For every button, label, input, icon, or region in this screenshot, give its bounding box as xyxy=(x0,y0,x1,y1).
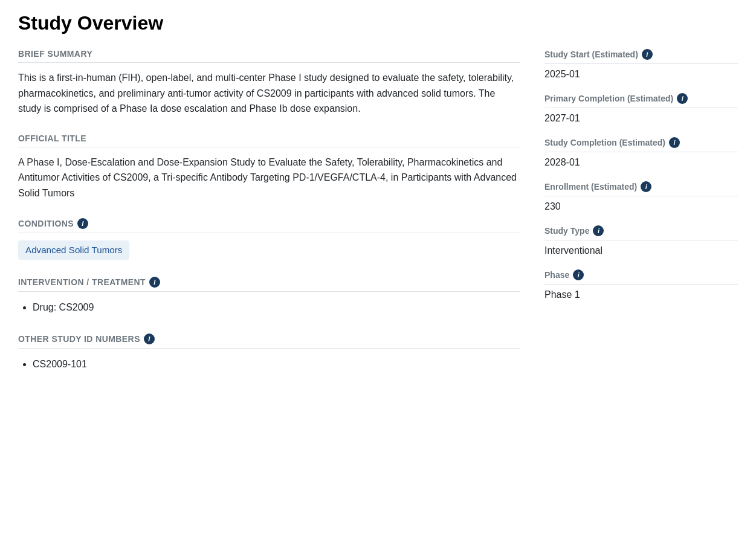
primary-completion-info-icon[interactable]: i xyxy=(677,93,688,104)
study-type-label: Study Type i xyxy=(544,225,738,240)
brief-summary-label: Brief Summary xyxy=(18,49,520,63)
condition-badge[interactable]: Advanced Solid Tumors xyxy=(18,240,129,260)
study-completion-label: Study Completion (Estimated) i xyxy=(544,137,738,152)
study-type-value: Interventional xyxy=(544,245,738,256)
other-ids-list: CS2009-101 xyxy=(18,356,520,373)
official-title-label: Official Title xyxy=(18,134,520,147)
intervention-content: Drug: CS2009 xyxy=(18,299,520,317)
list-item: CS2009-101 xyxy=(33,356,520,373)
conditions-label: Conditions i xyxy=(18,218,520,233)
study-start-label: Study Start (Estimated) i xyxy=(544,49,738,64)
page-title: Study Overview xyxy=(18,12,738,34)
intervention-section: Intervention / Treatment i Drug: CS2009 xyxy=(18,277,520,317)
phase-info-icon[interactable]: i xyxy=(573,269,584,280)
conditions-info-icon[interactable]: i xyxy=(77,218,88,229)
conditions-section: Conditions i Advanced Solid Tumors xyxy=(18,218,520,260)
study-completion-value: 2028-01 xyxy=(544,157,738,168)
list-item: Drug: CS2009 xyxy=(33,299,520,317)
phase-section: Phase i Phase 1 xyxy=(544,269,738,300)
conditions-content: Advanced Solid Tumors xyxy=(18,240,520,260)
intervention-label: Intervention / Treatment i xyxy=(18,277,520,292)
other-ids-section: Other Study ID Numbers i CS2009-101 xyxy=(18,334,520,373)
other-ids-info-icon[interactable]: i xyxy=(144,334,155,344)
official-title-text: A Phase I, Dose-Escalation and Dose-Expa… xyxy=(18,155,520,201)
study-completion-section: Study Completion (Estimated) i 2028-01 xyxy=(544,137,738,168)
right-column: Study Start (Estimated) i 2025-01 Primar… xyxy=(544,49,738,390)
phase-label: Phase i xyxy=(544,269,738,285)
other-ids-label: Other Study ID Numbers i xyxy=(18,334,520,349)
other-ids-content: CS2009-101 xyxy=(18,356,520,373)
primary-completion-section: Primary Completion (Estimated) i 2027-01 xyxy=(544,93,738,124)
study-type-section: Study Type i Interventional xyxy=(544,225,738,256)
study-start-value: 2025-01 xyxy=(544,69,738,80)
primary-completion-label: Primary Completion (Estimated) i xyxy=(544,93,738,108)
main-layout: Brief Summary This is a first-in-human (… xyxy=(18,49,738,390)
study-type-info-icon[interactable]: i xyxy=(593,225,604,236)
brief-summary-text: This is a first-in-human (FIH), open-lab… xyxy=(18,70,520,117)
phase-value: Phase 1 xyxy=(544,289,738,300)
study-start-info-icon[interactable]: i xyxy=(642,49,653,60)
intervention-list: Drug: CS2009 xyxy=(18,299,520,317)
study-completion-info-icon[interactable]: i xyxy=(669,137,680,148)
enrollment-section: Enrollment (Estimated) i 230 xyxy=(544,181,738,212)
left-column: Brief Summary This is a first-in-human (… xyxy=(18,49,520,390)
primary-completion-value: 2027-01 xyxy=(544,113,738,124)
study-start-section: Study Start (Estimated) i 2025-01 xyxy=(544,49,738,80)
intervention-info-icon[interactable]: i xyxy=(149,277,160,288)
official-title-section: Official Title A Phase I, Dose-Escalatio… xyxy=(18,134,520,201)
brief-summary-section: Brief Summary This is a first-in-human (… xyxy=(18,49,520,117)
enrollment-value: 230 xyxy=(544,201,738,212)
enrollment-label: Enrollment (Estimated) i xyxy=(544,181,738,196)
enrollment-info-icon[interactable]: i xyxy=(641,181,651,192)
